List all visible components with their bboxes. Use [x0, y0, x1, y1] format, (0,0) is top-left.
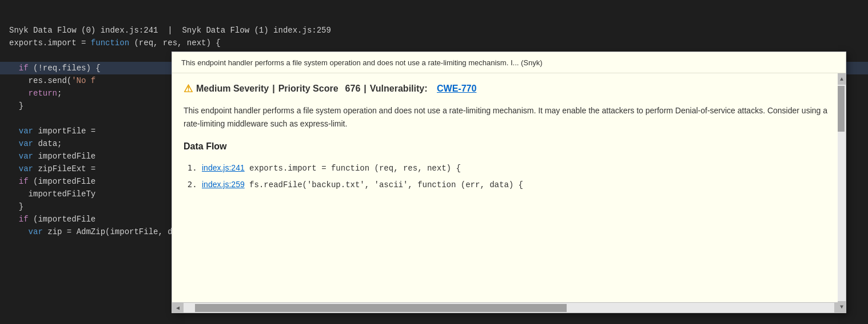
severity-text: Medium Severity — [196, 84, 269, 94]
tooltip-top-bar: This endpoint handler performs a file sy… — [172, 52, 846, 73]
bottom-scrollbar: ◀ ▶ — [172, 302, 846, 313]
code-text: Snyk Data Flow (0) index.js:241 | Snyk D… — [9, 24, 331, 37]
description-text: This endpoint handler performs a file sy… — [184, 104, 834, 130]
separator3: | — [364, 84, 366, 94]
tooltip-content[interactable]: ⚠ Medium Severity | Priority Score 676 |… — [172, 73, 846, 302]
data-flow-item-2: index.js:259 fs.readFile('backup.txt', '… — [202, 176, 834, 193]
vulnerability-label: Vulnerability: — [370, 84, 428, 94]
code-text: var zipFileExt = — [9, 163, 95, 175]
scroll-down-button[interactable]: ▼ — [838, 301, 846, 313]
code-text: return; — [9, 87, 62, 100]
code-text: res.send('No f — [9, 74, 95, 87]
code-text: var data; — [9, 137, 62, 150]
code-text: } — [9, 200, 23, 213]
code-text: if (importedFile — [9, 175, 95, 188]
tooltip-panel: This endpoint handler performs a file sy… — [172, 52, 846, 313]
code-text: if (importedFile — [9, 213, 95, 226]
code-text: if (!req.files) { — [9, 62, 101, 74]
code-text: var importFile = — [9, 125, 95, 137]
cwe-link[interactable]: CWE-770 — [437, 84, 476, 94]
code-text: var importedFile — [9, 150, 95, 163]
code-line-1: Snyk Data Flow (0) index.js:241 | Snyk D… — [0, 24, 868, 37]
tooltip-top-message: This endpoint handler performs a file sy… — [181, 58, 543, 67]
separator: | — [272, 84, 274, 94]
flow-code-1: exports.import = function (req, res, nex… — [245, 164, 461, 173]
scroll-left-button[interactable]: ◀ — [172, 303, 184, 313]
h-scroll-track — [184, 303, 834, 313]
h-scroll-thumb[interactable] — [195, 304, 567, 312]
severity-line: ⚠ Medium Severity | Priority Score 676 |… — [184, 82, 834, 95]
separator4 — [431, 84, 433, 94]
data-flow-list: index.js:241 exports.import = function (… — [184, 160, 834, 193]
data-flow-item-1: index.js:241 exports.import = function (… — [202, 160, 834, 176]
v-scroll-track — [838, 85, 846, 301]
flow-link-1[interactable]: index.js:241 — [202, 163, 245, 172]
tooltip-inner-wrapper: ⚠ Medium Severity | Priority Score 676 |… — [172, 73, 846, 313]
data-flow-title: Data Flow — [184, 141, 834, 152]
flow-link-2[interactable]: index.js:259 — [202, 180, 245, 189]
warning-icon: ⚠ — [184, 82, 193, 95]
flow-code-2: fs.readFile('backup.txt', 'ascii', funct… — [245, 180, 523, 189]
tooltip-main-content: ⚠ Medium Severity | Priority Score 676 |… — [172, 73, 846, 313]
vertical-scrollbar: ▲ ▼ — [838, 73, 846, 313]
priority-score-value: 676 — [345, 84, 361, 94]
v-scroll-thumb[interactable] — [838, 86, 845, 132]
code-text: exports.import = function (req, res, nex… — [9, 37, 221, 49]
priority-score-label: Priority Score — [278, 84, 339, 94]
code-text: var zip = AdmZip(importFile, data); — [9, 226, 197, 238]
scroll-up-button[interactable]: ▲ — [838, 73, 846, 85]
code-text: importedFileTy — [9, 188, 95, 200]
code-text: } — [9, 100, 23, 112]
code-line-2: exports.import = function (req, res, nex… — [0, 37, 868, 49]
